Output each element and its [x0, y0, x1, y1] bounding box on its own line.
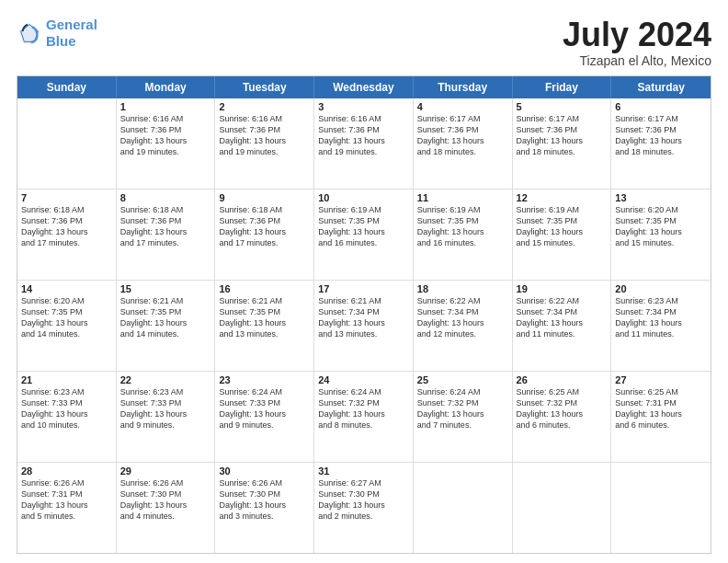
day-number: 27: [615, 374, 707, 385]
cell-info-line: Sunset: 7:35 PM: [120, 306, 211, 317]
cell-info-line: Sunset: 7:32 PM: [517, 397, 608, 408]
day-number: 28: [21, 465, 112, 477]
weekday-header: Sunday: [17, 76, 117, 98]
calendar-cell: 10Sunrise: 6:19 AMSunset: 7:35 PMDayligh…: [314, 190, 414, 280]
cell-info-line: Sunrise: 6:25 AM: [615, 386, 707, 397]
cell-info-line: Daylight: 13 hours: [120, 500, 211, 511]
cell-info-line: Daylight: 13 hours: [21, 500, 112, 511]
cell-info-line: Sunset: 7:36 PM: [517, 124, 608, 135]
cell-info-line: and 6 minutes.: [615, 419, 707, 431]
cell-info-line: and 19 minutes.: [318, 146, 409, 157]
cell-info-line: Sunrise: 6:18 AM: [219, 204, 310, 215]
cell-info-line: and 4 minutes.: [120, 511, 211, 522]
calendar-cell: 16Sunrise: 6:21 AMSunset: 7:35 PMDayligh…: [215, 281, 314, 371]
cell-info-line: Sunset: 7:33 PM: [21, 397, 112, 408]
day-number: 25: [417, 374, 508, 385]
calendar-week-row: 1Sunrise: 6:16 AMSunset: 7:36 PMDaylight…: [17, 98, 711, 190]
cell-info-line: Sunrise: 6:16 AM: [219, 113, 310, 124]
month-year: July 2024: [563, 17, 711, 53]
cell-info-line: Sunrise: 6:21 AM: [219, 295, 310, 306]
cell-info-line: and 18 minutes.: [517, 146, 608, 157]
cell-info-line: Sunset: 7:36 PM: [219, 124, 310, 135]
cell-info-line: Sunrise: 6:17 AM: [517, 113, 608, 124]
cell-info-line: Daylight: 13 hours: [219, 500, 310, 511]
cell-info-line: Sunrise: 6:23 AM: [21, 386, 112, 397]
day-number: 9: [219, 192, 310, 203]
header: General Blue July 2024 Tizapan el Alto, …: [17, 17, 711, 68]
cell-info-line: and 10 minutes.: [21, 419, 112, 431]
cell-info-line: and 6 minutes.: [517, 419, 608, 431]
calendar-cell: 15Sunrise: 6:21 AMSunset: 7:35 PMDayligh…: [117, 281, 216, 371]
page: General Blue July 2024 Tizapan el Alto, …: [0, 0, 728, 563]
day-number: 13: [615, 192, 707, 203]
cell-info-line: Sunset: 7:35 PM: [219, 306, 310, 317]
calendar-cell: [513, 463, 612, 553]
cell-info-line: and 14 minutes.: [21, 328, 112, 339]
cell-info-line: and 13 minutes.: [318, 328, 409, 339]
calendar-cell: 5Sunrise: 6:17 AMSunset: 7:36 PMDaylight…: [513, 98, 612, 189]
cell-info-line: and 8 minutes.: [318, 419, 409, 431]
cell-info-line: Sunrise: 6:18 AM: [120, 204, 211, 215]
cell-info-line: Sunrise: 6:16 AM: [318, 113, 409, 124]
cell-info-line: and 2 minutes.: [318, 511, 409, 522]
cell-info-line: Daylight: 13 hours: [517, 408, 608, 419]
day-number: 26: [517, 374, 608, 385]
cell-info-line: Daylight: 13 hours: [615, 317, 707, 328]
cell-info-line: Daylight: 13 hours: [120, 408, 211, 419]
weekday-header: Saturday: [611, 76, 711, 98]
day-number: 19: [517, 283, 608, 294]
calendar-cell: 7Sunrise: 6:18 AMSunset: 7:36 PMDaylight…: [17, 190, 117, 280]
cell-info-line: Sunrise: 6:21 AM: [318, 295, 409, 306]
cell-info-line: Daylight: 13 hours: [318, 408, 409, 419]
cell-info-line: and 15 minutes.: [517, 237, 608, 248]
cell-info-line: and 18 minutes.: [615, 146, 707, 157]
cell-info-line: Daylight: 13 hours: [417, 317, 508, 328]
cell-info-line: and 9 minutes.: [219, 419, 310, 431]
cell-info-line: Sunrise: 6:19 AM: [318, 204, 409, 215]
day-number: 5: [517, 101, 608, 112]
cell-info-line: Sunrise: 6:20 AM: [615, 204, 707, 215]
cell-info-line: and 16 minutes.: [318, 237, 409, 248]
cell-info-line: Sunrise: 6:17 AM: [417, 113, 508, 124]
cell-info-line: Sunset: 7:36 PM: [318, 124, 409, 135]
cell-info-line: Sunset: 7:36 PM: [219, 215, 310, 226]
calendar-cell: 13Sunrise: 6:20 AMSunset: 7:35 PMDayligh…: [611, 190, 711, 280]
cell-info-line: and 17 minutes.: [21, 237, 112, 248]
day-number: 18: [417, 283, 508, 294]
cell-info-line: and 17 minutes.: [219, 237, 310, 248]
calendar-cell: 6Sunrise: 6:17 AMSunset: 7:36 PMDaylight…: [611, 98, 711, 189]
cell-info-line: Sunrise: 6:27 AM: [318, 477, 409, 488]
cell-info-line: Sunrise: 6:24 AM: [318, 386, 409, 397]
cell-info-line: and 17 minutes.: [120, 237, 211, 248]
cell-info-line: Daylight: 13 hours: [219, 317, 310, 328]
cell-info-line: and 13 minutes.: [219, 328, 310, 339]
day-number: 30: [219, 465, 310, 477]
calendar-cell: 30Sunrise: 6:26 AMSunset: 7:30 PMDayligh…: [215, 463, 314, 553]
day-number: 20: [615, 283, 707, 294]
cell-info-line: and 14 minutes.: [120, 328, 211, 339]
cell-info-line: Sunset: 7:35 PM: [318, 215, 409, 226]
location: Tizapan el Alto, Mexico: [563, 53, 711, 68]
calendar-cell: 28Sunrise: 6:26 AMSunset: 7:31 PMDayligh…: [17, 463, 117, 553]
calendar-cell: 29Sunrise: 6:26 AMSunset: 7:30 PMDayligh…: [117, 463, 216, 553]
cell-info-line: Sunset: 7:35 PM: [615, 215, 707, 226]
calendar-cell: 9Sunrise: 6:18 AMSunset: 7:36 PMDaylight…: [215, 190, 314, 280]
weekday-header: Monday: [117, 76, 216, 98]
logo: General Blue: [17, 17, 97, 50]
cell-info-line: Sunset: 7:30 PM: [120, 488, 211, 500]
cell-info-line: Daylight: 13 hours: [219, 226, 310, 237]
calendar-cell: 17Sunrise: 6:21 AMSunset: 7:34 PMDayligh…: [314, 281, 414, 371]
cell-info-line: Daylight: 13 hours: [21, 226, 112, 237]
cell-info-line: Daylight: 13 hours: [21, 408, 112, 419]
cell-info-line: Sunset: 7:36 PM: [21, 215, 112, 226]
cell-info-line: Sunset: 7:34 PM: [517, 306, 608, 317]
cell-info-line: Sunset: 7:34 PM: [318, 306, 409, 317]
cell-info-line: Sunrise: 6:26 AM: [21, 477, 112, 488]
cell-info-line: Sunrise: 6:20 AM: [21, 295, 112, 306]
calendar-week-row: 21Sunrise: 6:23 AMSunset: 7:33 PMDayligh…: [17, 372, 711, 463]
calendar-cell: 14Sunrise: 6:20 AMSunset: 7:35 PMDayligh…: [17, 281, 117, 371]
cell-info-line: and 15 minutes.: [615, 237, 707, 248]
cell-info-line: Daylight: 13 hours: [615, 226, 707, 237]
cell-info-line: Sunset: 7:30 PM: [219, 488, 310, 500]
cell-info-line: Sunset: 7:32 PM: [417, 397, 508, 408]
